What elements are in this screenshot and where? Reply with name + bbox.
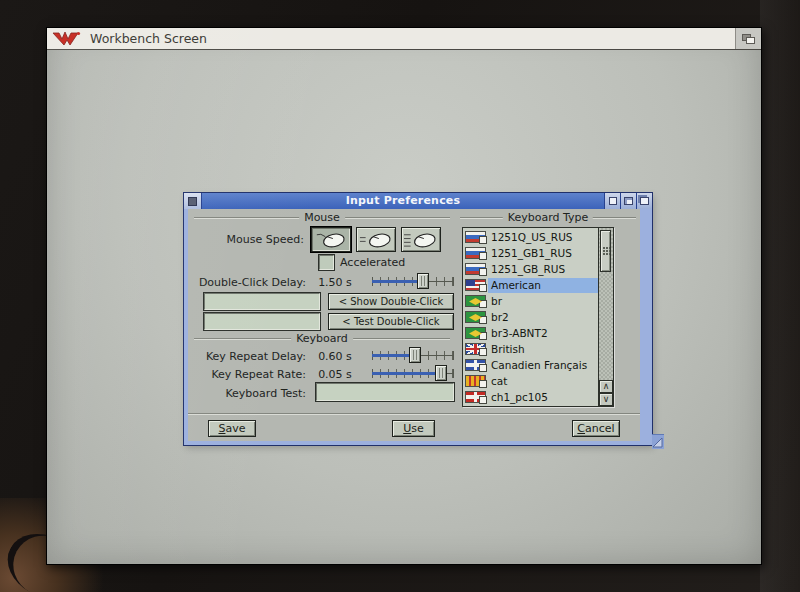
close-icon (188, 197, 197, 206)
button-row-separator (188, 413, 640, 415)
keyboard-type-item[interactable]: br2 (463, 309, 598, 325)
window-close-gadget[interactable] (184, 193, 202, 209)
keyboard-type-label: American (488, 278, 598, 293)
keyboard-type-label: br3-ABNT2 (488, 326, 598, 341)
keyboard-type-item[interactable]: br3-ABNT2 (463, 325, 598, 341)
keyboard-type-item[interactable]: 1251_GB1_RUS (463, 245, 598, 261)
double-click-delay-slider[interactable] (372, 272, 454, 291)
workbench-screen: Workbench Screen Input Preferences Mouse… (46, 27, 762, 565)
mouse-icon-fast (404, 230, 438, 249)
keyboard-type-item[interactable]: ch1_pc105 (463, 389, 598, 405)
input-preferences-window: Input Preferences Mouse Mouse Speed: (184, 193, 652, 445)
key-repeat-delay-slider[interactable] (372, 346, 454, 365)
accelerated-label: Accelerated (340, 256, 405, 269)
save-button[interactable]: Save (208, 420, 256, 437)
window-zoom-gadget[interactable] (620, 193, 636, 209)
key-repeat-rate-slider[interactable] (372, 364, 454, 383)
flag-icon-ch (465, 391, 486, 403)
test-double-click-button[interactable]: < Test Double-Click (328, 313, 454, 330)
flag-icon-br (465, 295, 486, 307)
show-double-click-button[interactable]: < Show Double-Click (328, 293, 454, 310)
double-click-show-field[interactable] (204, 293, 320, 310)
keycap-overlay-icon (479, 396, 487, 404)
keyboard-test-input[interactable] (316, 383, 454, 401)
keyboard-type-label: cat (488, 374, 598, 389)
window-depth-icon (640, 197, 649, 205)
scroll-up-button[interactable]: ∧ (599, 380, 613, 393)
group-separator-keyboard-type: Keyboard Type (460, 217, 636, 219)
keyboard-type-item[interactable]: cat (463, 373, 598, 389)
double-click-delay-label: Double-Click Delay: (188, 276, 306, 289)
flag-icon-ru (465, 231, 486, 243)
key-repeat-rate-label: Key Repeat Rate: (188, 368, 306, 381)
keyboard-type-rows: 1251Q_US_RUS 1251_GB1_RUS 1251_GB_RUS (463, 228, 598, 406)
window-titlebar[interactable]: Input Preferences (184, 193, 652, 209)
mouse-speed-label: Mouse Speed: (188, 233, 304, 246)
keycap-overlay-icon (479, 316, 487, 324)
mouse-speed-medium-button[interactable] (356, 227, 396, 252)
keyboard-type-label: Canadien Français (488, 358, 598, 373)
mouse-speed-fast-button[interactable] (401, 227, 441, 252)
group-label-keyboard-type: Keyboard Type (503, 211, 593, 224)
use-button[interactable]: Use (392, 420, 435, 437)
flag-icon-qc (465, 359, 486, 371)
keyboard-type-item[interactable]: 1251_GB_RUS (463, 261, 598, 277)
cancel-button[interactable]: Cancel (572, 420, 620, 437)
window-depth-gadget[interactable] (636, 193, 652, 209)
keyboard-type-item[interactable]: American (463, 277, 598, 293)
list-scrollbar-track[interactable]: ∧ ∨ (598, 228, 613, 406)
mouse-icon-slow (314, 230, 348, 249)
key-repeat-rate-value: 0.05 s (312, 368, 358, 381)
workbench-logo-icon (52, 30, 82, 47)
window-title: Input Preferences (202, 193, 604, 209)
keycap-overlay-icon (479, 236, 487, 244)
keycap-overlay-icon (479, 332, 487, 340)
mouse-icon-medium (359, 230, 393, 249)
keycap-overlay-icon (479, 300, 487, 308)
slider-handle[interactable] (435, 365, 447, 381)
slider-handle[interactable] (409, 347, 421, 363)
keyboard-test-label: Keyboard Test: (188, 387, 306, 400)
group-separator-mouse: Mouse (194, 217, 450, 219)
keyboard-type-item[interactable]: 1251Q_US_RUS (463, 229, 598, 245)
mouse-speed-slow-button[interactable] (311, 227, 351, 252)
key-repeat-delay-value: 0.60 s (312, 350, 358, 363)
keyboard-type-label: 1251_GB_RUS (488, 262, 598, 277)
scroll-down-button[interactable]: ∨ (599, 393, 613, 406)
flag-icon-ru (465, 247, 486, 259)
window-resize-gadget[interactable] (652, 434, 664, 449)
double-click-test-field[interactable] (204, 313, 320, 330)
group-separator-keyboard: Keyboard (194, 338, 450, 340)
keyboard-type-item[interactable]: Canadien Français (463, 357, 598, 373)
keycap-overlay-icon (479, 364, 487, 372)
keycap-overlay-icon (479, 348, 487, 356)
flag-icon-us (465, 279, 486, 291)
slider-fill (372, 280, 423, 283)
keycap-overlay-icon (479, 252, 487, 260)
keyboard-type-item[interactable]: br (463, 293, 598, 309)
list-scrollbar-knob[interactable] (600, 230, 611, 272)
keyboard-type-label: ch1_pc105 (488, 390, 598, 405)
monitor-bezel (760, 0, 800, 592)
depth-icon (742, 34, 755, 44)
keyboard-type-label: 1251Q_US_RUS (488, 230, 598, 245)
keyboard-type-label: 1251_GB1_RUS (488, 246, 598, 261)
keycap-overlay-icon (479, 284, 487, 292)
screen-depth-gadget[interactable] (735, 28, 761, 49)
slider-handle[interactable] (417, 273, 429, 289)
flag-icon-cat (465, 375, 486, 387)
group-label-mouse: Mouse (299, 211, 345, 224)
flag-icon-ru (465, 263, 486, 275)
screen-title: Workbench Screen (90, 31, 735, 46)
screen-titlebar: Workbench Screen (47, 28, 761, 50)
keycap-overlay-icon (479, 380, 487, 388)
key-repeat-delay-label: Key Repeat Delay: (188, 350, 306, 363)
window-body: Mouse Mouse Speed: (184, 209, 652, 445)
window-iconify-gadget[interactable] (604, 193, 620, 209)
accelerated-checkbox[interactable] (319, 255, 334, 270)
keyboard-type-item[interactable]: British (463, 341, 598, 357)
group-label-keyboard: Keyboard (291, 332, 353, 345)
keyboard-type-label: br2 (488, 310, 598, 325)
iconify-icon (609, 197, 617, 205)
keycap-overlay-icon (479, 268, 487, 276)
